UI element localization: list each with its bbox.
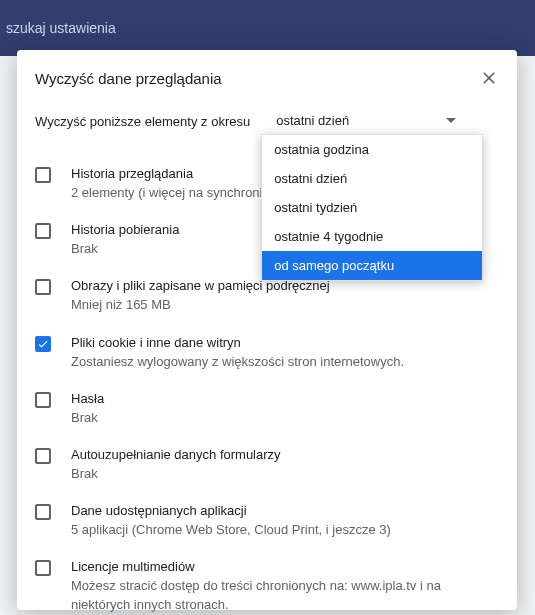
time-range-label: Wyczyść poniższe elementy z okresu [35,114,250,129]
checkbox-wrap [35,447,71,464]
dropdown-option[interactable]: ostatnie 4 tygodnie [262,222,482,251]
checkbox-wrap [35,335,71,352]
list-item: HasłaBrak [35,381,499,437]
close-icon [479,68,499,88]
checkbox-wrap [35,391,71,408]
checkbox-wrap [35,222,71,239]
dropdown-value: ostatni dzień [276,113,349,128]
item-subtitle: Brak [71,409,499,427]
checkbox-wrap [35,166,71,183]
time-range-row: Wyczyść poniższe elementy z okresu ostat… [35,106,499,136]
settings-header: szukaj ustawienia [0,0,535,56]
checkbox[interactable] [35,392,51,408]
item-text: HasłaBrak [71,391,499,427]
item-title: Dane udostępnianych aplikacji [71,503,499,518]
list-item: Licencje multimediówMożesz stracić dostę… [35,549,499,615]
dropdown-menu[interactable]: ostatnia godzinaostatni dzieńostatni tyd… [261,134,483,281]
dropdown-option[interactable]: ostatni tydzień [262,193,482,222]
item-subtitle: Możesz stracić dostęp do treści chronion… [71,577,499,613]
item-subtitle: Zostaniesz wylogowany z większości stron… [71,353,499,371]
checkbox[interactable] [35,167,51,183]
checkbox[interactable] [35,504,51,520]
dialog-body: Wyczyść poniższe elementy z okresu ostat… [17,102,517,615]
list-item: Pliki cookie i inne dane witrynZostanies… [35,325,499,381]
checkbox[interactable] [35,279,51,295]
item-subtitle: 5 aplikacji (Chrome Web Store, Cloud Pri… [71,521,499,539]
dropdown-option[interactable]: ostatnia godzina [262,135,482,164]
checkbox-wrap [35,278,71,295]
clear-browsing-data-dialog: Wyczyść dane przeglądania Wyczyść poniżs… [17,50,517,610]
item-text: Dane udostępnianych aplikacji5 aplikacji… [71,503,499,539]
item-text: Pliki cookie i inne dane witrynZostanies… [71,335,499,371]
chevron-down-icon [446,118,456,123]
list-item: Dane udostępnianych aplikacji5 aplikacji… [35,493,499,549]
checkbox-wrap [35,559,71,576]
checkbox[interactable] [35,223,51,239]
item-title: Licencje multimediów [71,559,499,574]
list-item: Autouzupełnianie danych formularzyBrak [35,437,499,493]
time-range-dropdown[interactable]: ostatni dzień ostatnia godzinaostatni dz… [266,106,466,136]
item-subtitle: Brak [71,465,499,483]
item-text: Licencje multimediówMożesz stracić dostę… [71,559,499,613]
item-text: Obrazy i pliki zapisane w pamięci podręc… [71,278,499,314]
dropdown-option[interactable]: od samego początku [262,251,482,280]
dropdown-option[interactable]: ostatni dzień [262,164,482,193]
item-title: Pliki cookie i inne dane witryn [71,335,499,350]
search-settings-text[interactable]: szukaj ustawienia [6,20,116,36]
checkbox-wrap [35,503,71,520]
item-subtitle: Mniej niż 165 MB [71,296,499,314]
check-icon [37,338,49,350]
checkbox[interactable] [35,560,51,576]
dropdown-trigger[interactable]: ostatni dzień [266,106,466,136]
item-text: Autouzupełnianie danych formularzyBrak [71,447,499,483]
close-button[interactable] [479,68,499,88]
item-title: Hasła [71,391,499,406]
dialog-titlebar: Wyczyść dane przeglądania [17,50,517,102]
checkbox[interactable] [35,448,51,464]
item-title: Autouzupełnianie danych formularzy [71,447,499,462]
dialog-title: Wyczyść dane przeglądania [35,70,479,87]
checkbox[interactable] [35,336,51,352]
